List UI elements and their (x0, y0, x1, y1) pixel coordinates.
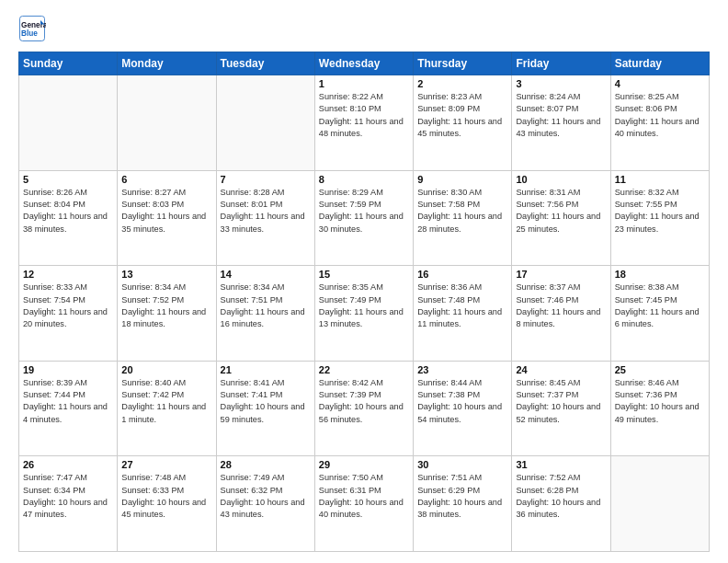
week-row-5: 26Sunrise: 7:47 AM Sunset: 6:34 PM Dayli… (19, 456, 710, 552)
day-info: Sunrise: 8:35 AM Sunset: 7:49 PM Dayligh… (319, 282, 409, 330)
day-number: 14 (221, 269, 311, 280)
weekday-header-wednesday: Wednesday (314, 52, 413, 75)
day-number: 31 (516, 459, 606, 470)
day-number: 28 (221, 459, 311, 470)
day-number: 12 (23, 269, 113, 280)
day-info: Sunrise: 8:37 AM Sunset: 7:46 PM Dayligh… (516, 282, 606, 330)
day-info: Sunrise: 7:50 AM Sunset: 6:31 PM Dayligh… (319, 472, 409, 521)
day-number: 13 (121, 269, 211, 280)
calendar-cell: 31Sunrise: 7:52 AM Sunset: 6:28 PM Dayli… (512, 456, 610, 552)
day-info: Sunrise: 7:47 AM Sunset: 6:34 PM Dayligh… (23, 472, 113, 521)
header: General Blue (18, 15, 710, 42)
calendar-cell: 8Sunrise: 8:29 AM Sunset: 7:59 PM Daylig… (314, 170, 413, 266)
day-number: 1 (319, 78, 409, 89)
day-info: Sunrise: 8:45 AM Sunset: 7:37 PM Dayligh… (516, 377, 606, 426)
day-info: Sunrise: 8:44 AM Sunset: 7:38 PM Dayligh… (417, 377, 507, 426)
weekday-header-tuesday: Tuesday (216, 52, 314, 75)
calendar-cell: 30Sunrise: 7:51 AM Sunset: 6:29 PM Dayli… (414, 456, 512, 552)
calendar-cell: 29Sunrise: 7:50 AM Sunset: 6:31 PM Dayli… (314, 456, 413, 552)
calendar-cell: 5Sunrise: 8:26 AM Sunset: 8:04 PM Daylig… (19, 170, 118, 266)
weekday-header-row: SundayMondayTuesdayWednesdayThursdayFrid… (19, 52, 710, 75)
calendar-cell: 24Sunrise: 8:45 AM Sunset: 7:37 PM Dayli… (512, 361, 610, 456)
day-number: 5 (23, 174, 113, 185)
day-number: 21 (221, 364, 311, 375)
calendar-cell (216, 75, 314, 171)
day-number: 19 (23, 364, 113, 375)
calendar-cell: 17Sunrise: 8:37 AM Sunset: 7:46 PM Dayli… (512, 266, 610, 362)
day-number: 10 (516, 174, 606, 185)
day-number: 3 (516, 78, 606, 89)
calendar-cell: 28Sunrise: 7:49 AM Sunset: 6:32 PM Dayli… (216, 456, 314, 552)
page: General Blue SundayMondayTuesdayWednesda… (0, 0, 728, 563)
day-number: 26 (23, 459, 113, 470)
weekday-header-monday: Monday (118, 52, 216, 75)
calendar-cell: 21Sunrise: 8:41 AM Sunset: 7:41 PM Dayli… (216, 361, 314, 456)
calendar-cell: 18Sunrise: 8:38 AM Sunset: 7:45 PM Dayli… (610, 266, 709, 362)
calendar-cell: 3Sunrise: 8:24 AM Sunset: 8:07 PM Daylig… (512, 75, 610, 171)
day-info: Sunrise: 8:28 AM Sunset: 8:01 PM Dayligh… (221, 187, 311, 236)
day-info: Sunrise: 8:33 AM Sunset: 7:54 PM Dayligh… (23, 282, 113, 330)
calendar-cell: 4Sunrise: 8:25 AM Sunset: 8:06 PM Daylig… (610, 75, 709, 171)
day-number: 25 (615, 364, 705, 375)
day-number: 20 (121, 364, 211, 375)
day-number: 16 (417, 269, 507, 280)
calendar-cell: 26Sunrise: 7:47 AM Sunset: 6:34 PM Dayli… (19, 456, 118, 552)
week-row-4: 19Sunrise: 8:39 AM Sunset: 7:44 PM Dayli… (19, 361, 710, 456)
day-number: 27 (121, 459, 211, 470)
day-info: Sunrise: 7:52 AM Sunset: 6:28 PM Dayligh… (516, 472, 606, 521)
day-number: 11 (615, 174, 705, 185)
day-info: Sunrise: 8:22 AM Sunset: 8:10 PM Dayligh… (319, 91, 409, 140)
day-info: Sunrise: 8:42 AM Sunset: 7:39 PM Dayligh… (319, 377, 409, 426)
week-row-3: 12Sunrise: 8:33 AM Sunset: 7:54 PM Dayli… (19, 266, 710, 362)
day-info: Sunrise: 8:39 AM Sunset: 7:44 PM Dayligh… (23, 377, 113, 426)
day-number: 24 (516, 364, 606, 375)
day-number: 17 (516, 269, 606, 280)
logo-icon: General Blue (18, 15, 46, 42)
logo: General Blue (18, 15, 48, 42)
day-info: Sunrise: 8:34 AM Sunset: 7:52 PM Dayligh… (121, 282, 211, 330)
day-info: Sunrise: 8:38 AM Sunset: 7:45 PM Dayligh… (615, 282, 705, 330)
week-row-2: 5Sunrise: 8:26 AM Sunset: 8:04 PM Daylig… (19, 170, 710, 266)
day-info: Sunrise: 8:34 AM Sunset: 7:51 PM Dayligh… (221, 282, 311, 330)
calendar-cell: 14Sunrise: 8:34 AM Sunset: 7:51 PM Dayli… (216, 266, 314, 362)
calendar-cell: 15Sunrise: 8:35 AM Sunset: 7:49 PM Dayli… (314, 266, 413, 362)
day-info: Sunrise: 8:27 AM Sunset: 8:03 PM Dayligh… (121, 187, 211, 236)
day-info: Sunrise: 8:29 AM Sunset: 7:59 PM Dayligh… (319, 187, 409, 236)
day-number: 30 (417, 459, 507, 470)
day-number: 2 (417, 78, 507, 89)
week-row-1: 1Sunrise: 8:22 AM Sunset: 8:10 PM Daylig… (19, 75, 710, 171)
day-number: 6 (121, 174, 211, 185)
calendar-cell: 19Sunrise: 8:39 AM Sunset: 7:44 PM Dayli… (19, 361, 118, 456)
day-info: Sunrise: 7:51 AM Sunset: 6:29 PM Dayligh… (417, 472, 507, 521)
calendar-table: SundayMondayTuesdayWednesdayThursdayFrid… (18, 52, 710, 552)
calendar-cell: 1Sunrise: 8:22 AM Sunset: 8:10 PM Daylig… (314, 75, 413, 171)
day-number: 22 (319, 364, 409, 375)
day-number: 15 (319, 269, 409, 280)
calendar-cell (118, 75, 216, 171)
calendar-cell: 2Sunrise: 8:23 AM Sunset: 8:09 PM Daylig… (414, 75, 512, 171)
svg-text:General: General (21, 21, 46, 29)
day-info: Sunrise: 8:46 AM Sunset: 7:36 PM Dayligh… (615, 377, 705, 426)
day-number: 18 (615, 269, 705, 280)
day-info: Sunrise: 8:26 AM Sunset: 8:04 PM Dayligh… (23, 187, 113, 236)
calendar-cell (610, 456, 709, 552)
day-info: Sunrise: 8:25 AM Sunset: 8:06 PM Dayligh… (615, 91, 705, 140)
weekday-header-friday: Friday (512, 52, 610, 75)
day-info: Sunrise: 8:40 AM Sunset: 7:42 PM Dayligh… (121, 377, 211, 426)
day-number: 29 (319, 459, 409, 470)
calendar-cell: 9Sunrise: 8:30 AM Sunset: 7:58 PM Daylig… (414, 170, 512, 266)
weekday-header-sunday: Sunday (19, 52, 118, 75)
calendar-cell: 16Sunrise: 8:36 AM Sunset: 7:48 PM Dayli… (414, 266, 512, 362)
calendar-cell: 12Sunrise: 8:33 AM Sunset: 7:54 PM Dayli… (19, 266, 118, 362)
day-number: 8 (319, 174, 409, 185)
day-info: Sunrise: 8:32 AM Sunset: 7:55 PM Dayligh… (615, 187, 705, 236)
calendar-cell: 25Sunrise: 8:46 AM Sunset: 7:36 PM Dayli… (610, 361, 709, 456)
calendar-cell: 20Sunrise: 8:40 AM Sunset: 7:42 PM Dayli… (118, 361, 216, 456)
svg-text:Blue: Blue (21, 29, 38, 38)
day-info: Sunrise: 8:31 AM Sunset: 7:56 PM Dayligh… (516, 187, 606, 236)
calendar-cell: 13Sunrise: 8:34 AM Sunset: 7:52 PM Dayli… (118, 266, 216, 362)
calendar-cell: 6Sunrise: 8:27 AM Sunset: 8:03 PM Daylig… (118, 170, 216, 266)
calendar-cell: 23Sunrise: 8:44 AM Sunset: 7:38 PM Dayli… (414, 361, 512, 456)
day-info: Sunrise: 8:36 AM Sunset: 7:48 PM Dayligh… (417, 282, 507, 330)
day-info: Sunrise: 8:24 AM Sunset: 8:07 PM Dayligh… (516, 91, 606, 140)
